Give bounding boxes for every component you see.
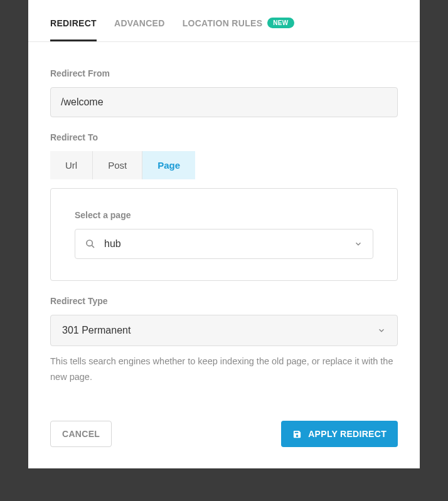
tab-redirect-label: Redirect — [50, 18, 97, 28]
option-page[interactable]: Page — [142, 151, 195, 179]
page-select-input[interactable]: hub — [75, 229, 373, 259]
redirect-type-select[interactable]: 301 Permanent — [50, 315, 398, 346]
page-select-value: hub — [104, 238, 345, 250]
tab-location-rules[interactable]: Location Rules New — [183, 0, 294, 41]
chevron-down-icon — [377, 326, 386, 335]
svg-point-0 — [87, 240, 92, 246]
redirect-to-options: Url Post Page — [50, 151, 195, 179]
option-page-label: Page — [157, 160, 180, 171]
redirect-from-input[interactable]: /welcome — [50, 87, 398, 117]
new-badge: New — [267, 18, 294, 28]
redirect-type-value: 301 Permanent — [62, 325, 368, 336]
page-select-panel: Select a page hub — [50, 188, 398, 281]
svg-line-1 — [92, 245, 94, 248]
apply-label: Apply Redirect — [308, 429, 387, 439]
content: Redirect From /welcome Redirect To Url P… — [28, 42, 420, 384]
redirect-to-group: Redirect To Url Post Page Select a page — [50, 132, 398, 281]
redirect-type-help: This tells search engines whether to kee… — [50, 354, 398, 384]
option-post-label: Post — [108, 160, 127, 171]
option-url[interactable]: Url — [50, 151, 93, 179]
search-icon — [85, 239, 95, 249]
cancel-button[interactable]: Cancel — [50, 421, 112, 447]
option-post[interactable]: Post — [93, 151, 142, 179]
redirect-from-group: Redirect From /welcome — [50, 68, 398, 117]
footer: Cancel Apply Redirect — [28, 403, 420, 468]
redirect-type-label: Redirect Type — [50, 296, 398, 306]
apply-redirect-button[interactable]: Apply Redirect — [281, 421, 398, 447]
save-icon — [292, 430, 302, 439]
cancel-label: Cancel — [62, 429, 100, 439]
tab-location-rules-label: Location Rules — [183, 18, 263, 28]
modal-container: Redirect Advanced Location Rules New Red… — [28, 0, 420, 468]
tabs: Redirect Advanced Location Rules New — [28, 0, 420, 42]
tab-advanced-label: Advanced — [114, 18, 165, 28]
page-select-label: Select a page — [75, 210, 373, 220]
redirect-to-label: Redirect To — [50, 132, 398, 142]
option-url-label: Url — [65, 160, 77, 171]
redirect-from-value: /welcome — [61, 97, 104, 107]
redirect-from-label: Redirect From — [50, 68, 398, 78]
redirect-type-group: Redirect Type 301 Permanent This tells s… — [50, 296, 398, 384]
chevron-down-icon — [354, 240, 363, 248]
tab-redirect[interactable]: Redirect — [50, 0, 97, 41]
tab-advanced[interactable]: Advanced — [114, 0, 165, 41]
